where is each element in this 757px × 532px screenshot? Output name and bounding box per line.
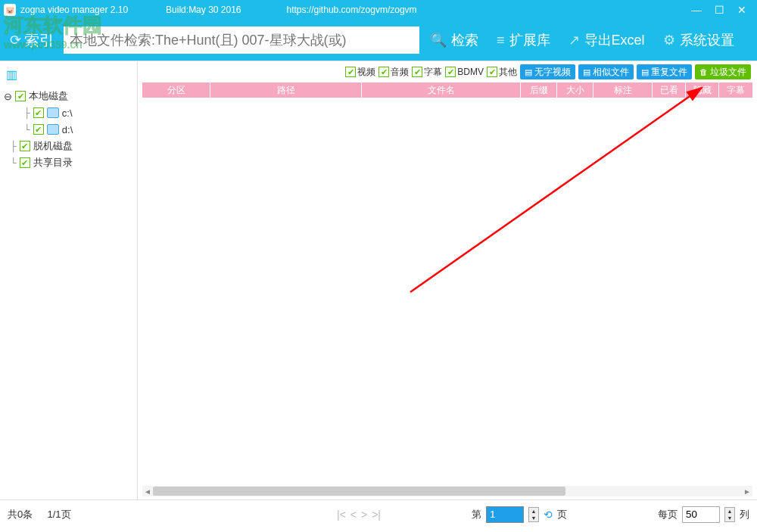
perpage-spinner[interactable]: ▲▼: [724, 507, 735, 522]
scroll-thumb[interactable]: [153, 487, 565, 496]
sidebar: ▥ ⊖ ✔ 本地磁盘 ├ ✔ c:\ └ ✔ d:\ ├ ✔: [0, 61, 138, 499]
search-button[interactable]: 🔍 检索: [422, 31, 486, 49]
filter-other[interactable]: ✔其他: [487, 66, 517, 79]
prev-page-button[interactable]: <: [350, 509, 357, 521]
scroll-right-icon[interactable]: ►: [742, 487, 752, 496]
checkbox[interactable]: ✔: [33, 107, 44, 118]
filter-bdmv[interactable]: ✔BDMV: [445, 67, 484, 77]
table-header: 分区 路径 文件名 后缀 大小 标注 已看 隐藏 字幕: [142, 82, 752, 98]
doc-icon: ▤: [583, 67, 590, 77]
folder-icon: [47, 124, 59, 135]
first-page-button[interactable]: |<: [337, 509, 346, 521]
col-ext[interactable]: 后缀: [521, 82, 557, 98]
app-title: zogna video manager 2.10: [20, 5, 128, 15]
app-icon: 🐷: [4, 4, 16, 16]
table-body: [142, 98, 752, 486]
toolbar: 河东软件园 www.pc0359.cn ⟳ 索引 🔍 检索 ≡ 扩展库 ↗ 导出…: [0, 20, 757, 61]
total-count: 共0条: [8, 508, 33, 521]
horizontal-scrollbar[interactable]: ◄ ►: [142, 486, 752, 496]
tree-item-local-disk[interactable]: ⊖ ✔ 本地磁盘: [3, 88, 134, 104]
collapse-icon[interactable]: ⊖: [3, 91, 12, 102]
page-count: 1/1页: [47, 508, 70, 521]
col-hide[interactable]: 隐藏: [686, 82, 719, 98]
col-size[interactable]: 大小: [557, 82, 593, 98]
search-icon: 🔍: [430, 32, 447, 48]
refresh-icon: ⟳: [10, 32, 21, 48]
maximize-button[interactable]: ☐: [708, 2, 731, 17]
col-filename[interactable]: 文件名: [362, 82, 521, 98]
search-input[interactable]: [64, 26, 419, 54]
titlebar: 🐷 zogna video manager 2.10 Build:May 30 …: [0, 0, 757, 20]
main-panel: ✔视频 ✔音频 ✔字幕 ✔BDMV ✔其他 ▤无字视频 ▤相似文件 ▤重复文件 …: [138, 61, 757, 499]
scroll-left-icon[interactable]: ◄: [142, 487, 153, 496]
filter-video[interactable]: ✔视频: [345, 66, 375, 79]
checkbox[interactable]: ✔: [15, 91, 26, 101]
settings-button[interactable]: ⚙ 系统设置: [656, 31, 742, 49]
last-page-button[interactable]: >|: [372, 509, 381, 521]
checkbox[interactable]: ✔: [33, 124, 44, 135]
next-page-button[interactable]: >: [361, 509, 367, 521]
col-sub[interactable]: 字幕: [719, 82, 752, 98]
gear-icon: ⚙: [663, 32, 675, 48]
extend-lib-button[interactable]: ≡ 扩展库: [489, 31, 558, 49]
refresh-page-button[interactable]: ⟲: [544, 509, 553, 521]
list-icon: ≡: [497, 33, 505, 48]
minimize-button[interactable]: —: [685, 2, 708, 17]
checkbox[interactable]: ✔: [20, 157, 30, 168]
page-spinner[interactable]: ▲▼: [528, 507, 539, 522]
folder-tree: ⊖ ✔ 本地磁盘 ├ ✔ c:\ └ ✔ d:\ ├ ✔ 脱机磁盘: [3, 88, 134, 171]
doc-icon: ▤: [525, 67, 532, 77]
pager: |< < > >|: [337, 509, 381, 521]
perpage-input[interactable]: [682, 506, 720, 523]
filter-audio[interactable]: ✔音频: [378, 66, 409, 79]
nosub-video-button[interactable]: ▤无字视频: [520, 64, 575, 79]
tree-item-offline-disk[interactable]: ├ ✔ 脱机磁盘: [3, 138, 134, 154]
tree-item-d-drive[interactable]: └ ✔ d:\: [3, 121, 134, 138]
export-icon: ↗: [569, 32, 580, 48]
duplicate-files-button[interactable]: ▤重复文件: [637, 64, 692, 79]
export-excel-button[interactable]: ↗ 导出Excel: [561, 31, 653, 49]
folder-icon: [47, 107, 59, 118]
doc-icon: ▤: [641, 67, 649, 77]
index-button[interactable]: ⟳ 索引: [4, 30, 61, 51]
col-partition[interactable]: 分区: [142, 82, 210, 98]
close-button[interactable]: ✕: [731, 2, 753, 17]
filter-subtitle[interactable]: ✔字幕: [412, 66, 442, 79]
trash-files-button[interactable]: 🗑垃圾文件: [695, 64, 751, 79]
status-bar: 共0条 1/1页 |< < > >| 第 ▲▼ ⟲ 页 每页 ▲▼ 列: [0, 499, 757, 528]
similar-files-button[interactable]: ▤相似文件: [578, 64, 634, 79]
col-path[interactable]: 路径: [210, 82, 362, 98]
columns-icon: ▥: [6, 68, 17, 81]
build-label: Build:May 30 2016: [166, 5, 241, 15]
filter-bar: ✔视频 ✔音频 ✔字幕 ✔BDMV ✔其他 ▤无字视频 ▤相似文件 ▤重复文件 …: [138, 61, 757, 82]
sidebar-columns-button[interactable]: ▥: [3, 66, 134, 83]
repo-url: https://github.com/zogvm/zogvm: [287, 5, 417, 15]
trash-icon: 🗑: [699, 67, 708, 76]
page-number-input[interactable]: [486, 506, 524, 523]
col-seen[interactable]: 已看: [653, 82, 686, 98]
col-note[interactable]: 标注: [593, 82, 653, 98]
tree-item-c-drive[interactable]: ├ ✔ c:\: [3, 104, 134, 121]
tree-item-shared-dir[interactable]: └ ✔ 共享目录: [3, 154, 134, 171]
checkbox[interactable]: ✔: [20, 141, 30, 151]
